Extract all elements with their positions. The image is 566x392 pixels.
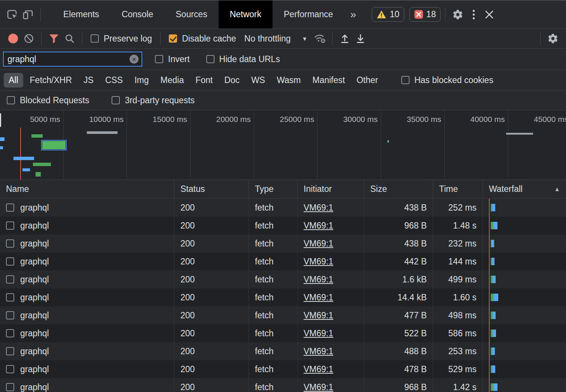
filter-toggle-button[interactable]	[46, 30, 62, 48]
type-filter-other[interactable]: Other	[352, 73, 383, 88]
row-checkbox[interactable]	[6, 329, 14, 337]
export-har-button[interactable]	[353, 30, 368, 48]
column-header-waterfall[interactable]: Waterfall ▲	[483, 180, 566, 198]
type-filter-fetch-xhr[interactable]: Fetch/XHR	[25, 73, 77, 88]
type-filter-media[interactable]: Media	[156, 73, 189, 88]
table-row[interactable]: graphql 200 fetch VM69:1 478 B 529 ms	[0, 360, 566, 378]
tab-elements[interactable]: Elements	[52, 0, 110, 28]
table-row[interactable]: graphql 200 fetch VM69:1 477 B 498 ms	[0, 306, 566, 324]
preserve-log-checkbox[interactable]	[91, 34, 99, 43]
record-network-log-button[interactable]	[5, 30, 21, 48]
network-conditions-button[interactable]	[312, 30, 328, 48]
table-row[interactable]: graphql 200 fetch VM69:1 522 B 586 ms	[0, 324, 566, 342]
blocked-requests-checkbox[interactable]	[7, 96, 15, 104]
initiator-link[interactable]: VM69:1	[304, 203, 333, 213]
tab-network[interactable]: Network	[219, 0, 273, 28]
kebab-menu-button[interactable]	[466, 6, 481, 24]
table-row[interactable]: graphql 200 fetch VM69:1 438 B 232 ms	[0, 235, 566, 252]
row-checkbox[interactable]	[6, 239, 14, 248]
initiator-link[interactable]: VM69:1	[304, 310, 333, 321]
column-header-name[interactable]: Name	[0, 180, 174, 198]
initiator-link[interactable]: VM69:1	[304, 293, 333, 303]
row-checkbox[interactable]	[6, 275, 14, 284]
kebab-icon	[472, 9, 475, 20]
type-filter-wasm[interactable]: Wasm	[272, 73, 305, 88]
row-checkbox[interactable]	[6, 257, 14, 266]
table-row[interactable]: graphql 200 fetch VM69:1 14.4 kB 1.60 s	[0, 288, 566, 306]
clear-filter-button[interactable]: ×	[130, 55, 139, 64]
row-checkbox[interactable]	[6, 311, 14, 319]
type-filter-all[interactable]: All	[4, 73, 23, 88]
clear-network-log-button[interactable]	[21, 30, 37, 48]
size-cell: 968 B	[364, 217, 433, 235]
column-header-status[interactable]: Status	[174, 180, 249, 198]
type-filter-css[interactable]: CSS	[100, 73, 128, 88]
warnings-badge[interactable]: 10	[372, 7, 404, 22]
column-header-type[interactable]: Type	[249, 180, 298, 198]
table-row[interactable]: graphql 200 fetch VM69:1 968 B 1.42 s	[0, 378, 566, 392]
invert-checkbox[interactable]	[155, 55, 163, 63]
type-filter-ws[interactable]: WS	[246, 73, 270, 88]
device-toolbar-button[interactable]	[20, 6, 36, 24]
clear-icon	[24, 33, 34, 44]
column-header-label: Size	[370, 184, 387, 194]
name-cell: graphql	[0, 270, 174, 288]
row-checkbox[interactable]	[6, 365, 14, 373]
row-checkbox[interactable]	[6, 203, 14, 212]
initiator-link[interactable]: VM69:1	[304, 346, 333, 356]
has-blocked-cookies-checkbox[interactable]	[401, 76, 410, 84]
column-header-time[interactable]: Time	[433, 180, 483, 198]
close-devtools-button[interactable]	[481, 6, 497, 24]
import-har-button[interactable]	[337, 30, 353, 48]
type-filter-doc[interactable]: Doc	[219, 73, 244, 88]
table-row[interactable]: graphql 200 fetch VM69:1 438 B 252 ms	[0, 199, 566, 217]
initiator-link[interactable]: VM69:1	[304, 239, 333, 249]
more-tabs-button[interactable]: »	[344, 6, 362, 24]
waterfall-blue-bar	[493, 383, 497, 391]
tab-performance[interactable]: Performance	[273, 0, 344, 28]
request-time: 1.60 s	[453, 293, 477, 303]
waterfall-load-line	[489, 306, 490, 324]
hide-data-urls-checkbox[interactable]	[206, 55, 214, 63]
row-checkbox[interactable]	[6, 293, 14, 301]
timeline-overview[interactable]: 5000 ms10000 ms15000 ms20000 ms25000 ms3…	[0, 110, 566, 180]
type-filter-img[interactable]: Img	[130, 73, 153, 88]
table-row[interactable]: graphql 200 fetch VM69:1 442 B 144 ms	[0, 252, 566, 270]
errors-badge[interactable]: 18	[410, 7, 441, 22]
initiator-link[interactable]: VM69:1	[304, 275, 333, 285]
initiator-link[interactable]: VM69:1	[304, 328, 333, 339]
column-header-initiator[interactable]: Initiator	[298, 180, 364, 198]
disable-cache-checkbox[interactable]	[169, 34, 177, 43]
table-row[interactable]: graphql 200 fetch VM69:1 1.6 kB 499 ms	[0, 270, 566, 288]
type-filter-js[interactable]: JS	[79, 73, 98, 88]
initiator-link[interactable]: VM69:1	[304, 221, 333, 231]
request-time: 253 ms	[448, 346, 477, 356]
initiator-link[interactable]: VM69:1	[304, 382, 333, 392]
tab-console[interactable]: Console	[110, 0, 164, 28]
timeline-tick-label: 45000 ms	[534, 115, 566, 124]
size-cell: 488 B	[364, 342, 433, 360]
filter-input[interactable]: graphql ×	[3, 52, 142, 67]
type-filter-font[interactable]: Font	[191, 73, 217, 88]
row-checkbox[interactable]	[6, 383, 14, 391]
inspect-element-button[interactable]	[4, 6, 20, 24]
initiator-cell: VM69:1	[298, 252, 364, 270]
waterfall-load-line	[489, 217, 490, 235]
table-row[interactable]: graphql 200 fetch VM69:1 488 B 253 ms	[0, 342, 566, 360]
dropdown-arrow-icon: ▼	[302, 36, 308, 42]
table-row[interactable]: graphql 200 fetch VM69:1 968 B 1.48 s	[0, 217, 566, 235]
search-button[interactable]	[62, 30, 77, 48]
row-checkbox[interactable]	[6, 221, 14, 230]
initiator-link[interactable]: VM69:1	[304, 364, 333, 374]
row-checkbox[interactable]	[6, 347, 14, 355]
record-icon	[8, 34, 18, 43]
waterfall-bars	[491, 383, 497, 391]
tab-sources[interactable]: Sources	[164, 0, 218, 28]
type-filter-manifest[interactable]: Manifest	[308, 73, 350, 88]
third-party-requests-checkbox[interactable]	[112, 96, 120, 104]
throttling-select[interactable]: No throttling ▼	[240, 34, 312, 44]
network-settings-button[interactable]	[545, 30, 561, 48]
settings-gear-button[interactable]	[450, 6, 466, 24]
initiator-link[interactable]: VM69:1	[304, 257, 333, 267]
column-header-size[interactable]: Size	[364, 180, 433, 198]
